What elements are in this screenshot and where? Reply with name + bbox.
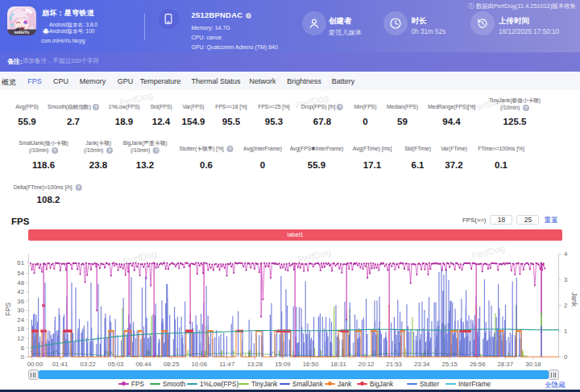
svg-text:FPS: FPS xyxy=(4,302,12,316)
svg-text:11:47: 11:47 xyxy=(219,361,234,368)
svg-text:08:25: 08:25 xyxy=(164,361,180,368)
svg-text:20:12: 20:12 xyxy=(358,361,375,368)
svg-text:13:28: 13:28 xyxy=(247,361,263,368)
svg-text:Jank: Jank xyxy=(570,292,578,307)
svg-text:6: 6 xyxy=(21,345,24,352)
svg-text:54: 54 xyxy=(17,270,24,277)
svg-text:miHoYo: miHoYo xyxy=(14,30,30,35)
svg-text:1: 1 xyxy=(564,328,567,335)
svg-text:42: 42 xyxy=(17,288,24,295)
svg-text:15:09: 15:09 xyxy=(275,361,291,368)
svg-text:01:41: 01:41 xyxy=(52,361,68,368)
svg-text:06:44: 06:44 xyxy=(135,361,151,368)
svg-text:2: 2 xyxy=(564,302,567,309)
svg-text:36: 36 xyxy=(17,298,24,305)
svg-text:26:56: 26:56 xyxy=(470,361,486,368)
svg-text:3: 3 xyxy=(564,276,567,283)
svg-text:00:00: 00:00 xyxy=(27,361,44,368)
svg-text:10:06: 10:06 xyxy=(192,361,208,368)
svg-text:0: 0 xyxy=(564,353,568,361)
svg-text:48: 48 xyxy=(17,279,24,287)
svg-text:25:15: 25:15 xyxy=(441,361,458,368)
svg-text:18:31: 18:31 xyxy=(330,361,346,368)
svg-text:23:34: 23:34 xyxy=(414,361,430,368)
svg-text:21:53: 21:53 xyxy=(386,361,402,368)
svg-text:18: 18 xyxy=(17,325,24,332)
svg-text:30: 30 xyxy=(17,307,24,314)
svg-text:03:22: 03:22 xyxy=(80,361,96,368)
svg-text:24: 24 xyxy=(17,316,24,324)
svg-text:05:03: 05:03 xyxy=(108,361,124,368)
svg-text:16:50: 16:50 xyxy=(303,361,319,368)
svg-text:4: 4 xyxy=(564,250,568,258)
svg-text:28:37: 28:37 xyxy=(498,361,514,368)
svg-text:61: 61 xyxy=(17,259,24,266)
svg-text:0: 0 xyxy=(21,353,25,361)
svg-text:30:18: 30:18 xyxy=(525,361,541,368)
svg-text:12: 12 xyxy=(17,335,24,342)
